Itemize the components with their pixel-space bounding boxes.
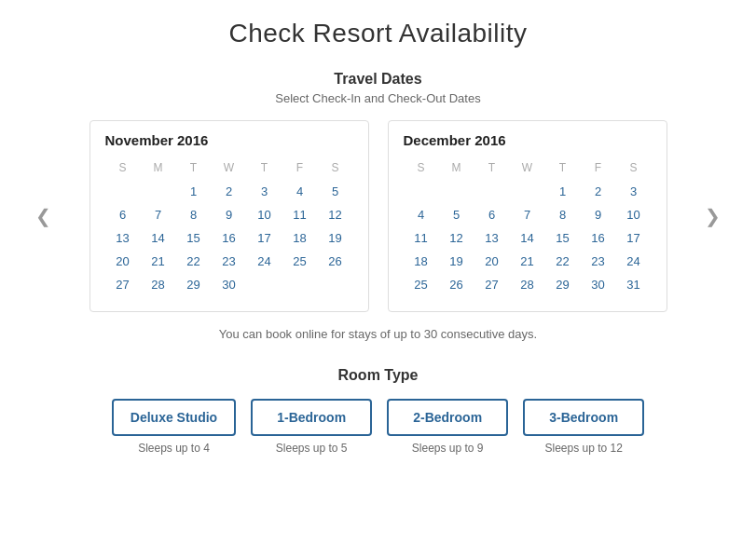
room-sleeps-deluxe-studio: Sleeps up to 4: [138, 442, 210, 455]
calendar-day[interactable]: 13: [105, 226, 141, 250]
calendar-day[interactable]: 18: [404, 250, 439, 273]
calendar-day[interactable]: 30: [212, 273, 247, 296]
calendar-week-row: 13141516171819: [105, 226, 353, 250]
room-type-button-1-bedroom[interactable]: 1-Bedroom: [251, 399, 372, 436]
calendar-day[interactable]: 30: [581, 273, 616, 296]
calendar-day[interactable]: 9: [581, 203, 616, 226]
calendar-day[interactable]: 23: [212, 250, 247, 273]
calendar-day[interactable]: 20: [474, 250, 510, 273]
calendar-week-row: 45678910: [404, 203, 652, 226]
day-of-week-header: F: [581, 157, 616, 180]
calendar-day[interactable]: 8: [176, 203, 212, 226]
calendar-day[interactable]: 28: [510, 273, 545, 296]
day-of-week-header: F: [282, 157, 318, 180]
calendar-week-row: 20212223242526: [105, 250, 353, 273]
calendar-day[interactable]: 2: [581, 180, 616, 203]
calendar-day[interactable]: 26: [439, 273, 474, 296]
calendar-week-row: 11121314151617: [404, 226, 652, 250]
calendar-day[interactable]: 6: [474, 203, 510, 226]
calendar-day[interactable]: 8: [545, 203, 581, 226]
room-type-item-deluxe-studio: Deluxe StudioSleeps up to 4: [112, 399, 236, 455]
calendar-day[interactable]: 23: [581, 250, 616, 273]
calendar-day[interactable]: 11: [282, 203, 318, 226]
calendar-week-row: 27282930: [105, 273, 353, 296]
day-of-week-header: M: [141, 157, 176, 180]
calendar-day[interactable]: 17: [247, 226, 282, 250]
calendar-december-header: December 2016: [404, 132, 652, 148]
room-sleeps-2-bedroom: Sleeps up to 9: [412, 442, 484, 455]
room-type-button-3-bedroom[interactable]: 3-Bedroom: [523, 399, 644, 436]
calendar-day[interactable]: 26: [318, 250, 353, 273]
calendar-day[interactable]: 3: [247, 180, 282, 203]
calendar-day[interactable]: 9: [212, 203, 247, 226]
calendar-day[interactable]: 11: [404, 226, 439, 250]
day-of-week-header: T: [176, 157, 212, 180]
calendar-december-dow-row: SMTWTFS: [404, 157, 652, 180]
calendar-day[interactable]: 31: [616, 273, 652, 296]
calendar-day[interactable]: 1: [176, 180, 212, 203]
calendar-day[interactable]: 28: [141, 273, 176, 296]
calendar-day[interactable]: 15: [545, 226, 581, 250]
room-sleeps-1-bedroom: Sleeps up to 5: [276, 442, 348, 455]
calendar-day[interactable]: 15: [176, 226, 212, 250]
calendar-november-header: November 2016: [105, 132, 353, 148]
calendar-day[interactable]: 25: [404, 273, 439, 296]
calendar-day[interactable]: 7: [141, 203, 176, 226]
travel-dates-section: Travel Dates Select Check-In and Check-O…: [37, 71, 719, 105]
calendar-december-grid: SMTWTFS 12345678910111213141516171819202…: [404, 157, 652, 296]
calendar-day[interactable]: 24: [247, 250, 282, 273]
calendar-day[interactable]: 19: [439, 250, 474, 273]
calendar-day[interactable]: 14: [510, 226, 545, 250]
next-month-button[interactable]: ❯: [697, 198, 728, 235]
room-type-section: Room Type Deluxe StudioSleeps up to 41-B…: [37, 367, 719, 455]
calendar-day[interactable]: 17: [616, 226, 652, 250]
calendar-day[interactable]: 21: [510, 250, 545, 273]
room-type-item-2-bedroom: 2-BedroomSleeps up to 9: [387, 399, 508, 455]
room-type-button-2-bedroom[interactable]: 2-Bedroom: [387, 399, 508, 436]
room-type-item-3-bedroom: 3-BedroomSleeps up to 12: [523, 399, 644, 455]
calendar-day[interactable]: 16: [212, 226, 247, 250]
calendar-day[interactable]: 25: [282, 250, 318, 273]
day-of-week-header: S: [318, 157, 353, 180]
calendar-day[interactable]: 10: [247, 203, 282, 226]
calendar-day[interactable]: 4: [404, 203, 439, 226]
calendar-day[interactable]: 2: [212, 180, 247, 203]
calendar-november-weeks: 1234567891011121314151617181920212223242…: [105, 180, 353, 296]
calendar-day[interactable]: 18: [282, 226, 318, 250]
calendar-day[interactable]: 13: [474, 226, 510, 250]
calendar-day[interactable]: 12: [318, 203, 353, 226]
calendar-day[interactable]: 1: [545, 180, 581, 203]
calendar-day[interactable]: 14: [141, 226, 176, 250]
travel-dates-title: Travel Dates: [37, 71, 719, 88]
calendar-day[interactable]: 22: [545, 250, 581, 273]
calendar-day[interactable]: 22: [176, 250, 212, 273]
calendar-december: December 2016 SMTWTFS 123456789101112131…: [388, 120, 667, 312]
calendar-day[interactable]: 29: [545, 273, 581, 296]
calendar-day[interactable]: 12: [439, 226, 474, 250]
calendar-day[interactable]: 5: [439, 203, 474, 226]
calendar-day[interactable]: 27: [474, 273, 510, 296]
calendar-day[interactable]: 20: [105, 250, 141, 273]
calendar-november: November 2016 SMTWTFS 123456789101112131…: [89, 120, 369, 312]
day-of-week-header: S: [616, 157, 652, 180]
calendar-day[interactable]: 5: [318, 180, 353, 203]
day-of-week-header: W: [212, 157, 247, 180]
calendar-day[interactable]: 27: [105, 273, 141, 296]
calendar-day[interactable]: 16: [581, 226, 616, 250]
calendar-day[interactable]: 21: [141, 250, 176, 273]
calendar-day[interactable]: 7: [510, 203, 545, 226]
day-of-week-header: T: [474, 157, 510, 180]
calendar-day[interactable]: 24: [616, 250, 652, 273]
prev-month-button[interactable]: ❮: [28, 198, 59, 235]
travel-dates-subtitle: Select Check-In and Check-Out Dates: [37, 91, 719, 105]
page-wrapper: Check Resort Availability Travel Dates S…: [0, 0, 756, 483]
calendar-day[interactable]: 6: [105, 203, 141, 226]
calendar-day[interactable]: 19: [318, 226, 353, 250]
calendar-day[interactable]: 3: [616, 180, 652, 203]
calendar-day[interactable]: 10: [616, 203, 652, 226]
page-title: Check Resort Availability: [37, 19, 719, 48]
day-of-week-header: W: [510, 157, 545, 180]
calendar-day[interactable]: 29: [176, 273, 212, 296]
room-type-button-deluxe-studio[interactable]: Deluxe Studio: [112, 399, 236, 436]
calendar-day[interactable]: 4: [282, 180, 318, 203]
